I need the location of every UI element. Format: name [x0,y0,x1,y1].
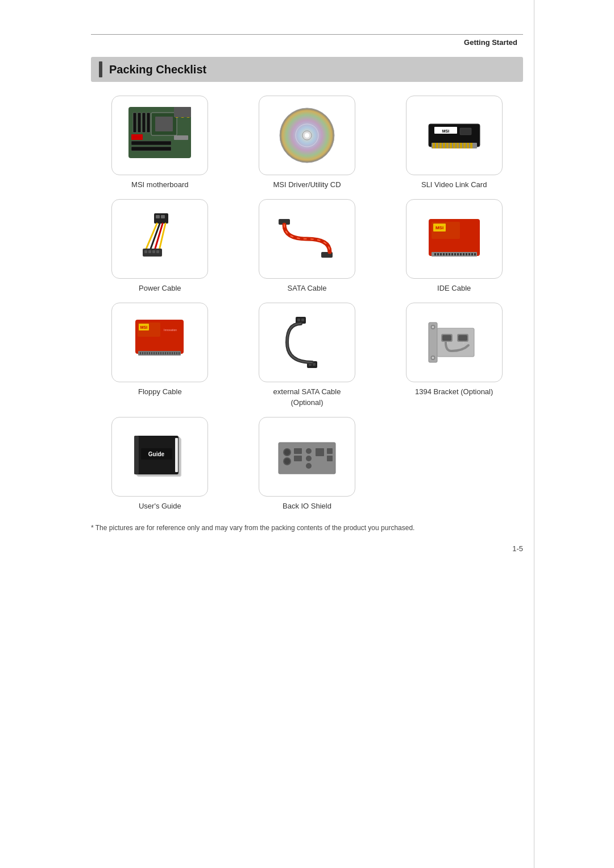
item-label-1394-bracket: 1394 Bracket (Optional) [415,387,493,397]
item-image-users-guide: Guide [111,417,208,497]
page-container: Getting Started Packing Checklist [0,0,614,868]
svg-rect-106 [437,328,474,357]
cd-icon [270,104,344,167]
item-msi-motherboard: MSI motherboard [91,96,229,190]
item-label-msi-motherboard: MSI motherboard [131,180,188,190]
sata-cable-icon [270,208,344,270]
svg-rect-38 [156,215,160,218]
svg-point-18 [305,133,309,138]
item-label-floppy-cable: Floppy Cable [138,387,182,397]
svg-rect-70 [474,253,476,255]
svg-rect-14 [174,107,191,117]
svg-rect-117 [175,438,178,472]
svg-rect-33 [470,143,472,148]
svg-line-43 [159,224,165,250]
svg-point-127 [306,448,312,454]
svg-rect-116 [134,436,139,474]
svg-rect-61 [449,253,450,255]
svg-rect-69 [471,253,473,255]
svg-rect-68 [468,253,470,255]
svg-rect-9 [131,134,143,140]
svg-rect-30 [460,143,462,148]
svg-rect-130 [316,448,324,456]
item-image-sata-cable [259,199,355,279]
svg-rect-37 [154,213,168,224]
item-label-ide-cable: IDE Cable [437,283,471,294]
io-shield-icon [270,425,344,488]
svg-point-124 [284,458,290,464]
svg-rect-4 [155,117,173,131]
svg-rect-92 [174,352,175,354]
top-divider [91,34,523,35]
item-label-sata-cable: SATA Cable [288,283,327,294]
section-header: Packing Checklist [91,57,523,82]
svg-rect-59 [443,253,445,255]
svg-rect-67 [466,253,467,255]
item-ide-cable: MSI [385,199,523,294]
item-image-power-cable [111,199,208,279]
svg-rect-78 [142,352,143,354]
svg-rect-6 [138,113,141,133]
svg-rect-60 [446,253,447,255]
item-image-1394-bracket: 1 2 [406,303,503,382]
svg-rect-1 [131,141,171,145]
item-power-cable: Power Cable [91,199,229,294]
svg-text:Innovation: Innovation [164,328,177,332]
item-sli-card: MSI SLI Video Link Card [385,96,523,190]
svg-rect-132 [327,456,333,461]
svg-rect-89 [167,352,168,354]
svg-rect-27 [450,143,452,148]
sli-card-icon: MSI [417,104,491,167]
item-label-msi-cd: MSI Driver/Utility CD [273,180,341,190]
svg-rect-23 [436,143,438,148]
svg-rect-88 [165,352,166,354]
item-ext-sata: external SATA Cable(Optional) [238,303,376,407]
item-label-io-shield: Back IO Shield [283,501,331,511]
svg-rect-90 [169,352,171,354]
svg-rect-91 [172,352,173,354]
svg-rect-125 [294,448,302,454]
svg-rect-8 [147,113,150,133]
item-floppy-cable: MSI Innovation [91,303,229,407]
svg-rect-77 [140,352,141,354]
svg-text:1: 1 [447,341,449,345]
item-image-ext-sata [259,303,355,382]
svg-rect-36 [460,128,471,135]
svg-rect-29 [457,143,459,148]
item-label-power-cable: Power Cable [139,283,181,294]
svg-rect-48 [156,250,159,253]
svg-rect-126 [294,456,302,461]
svg-rect-31 [463,143,466,148]
svg-point-128 [306,456,312,461]
svg-text:MSI: MSI [442,129,449,133]
items-grid: MSI motherboard [91,96,523,511]
svg-rect-22 [433,143,435,148]
svg-rect-57 [437,253,439,255]
item-io-shield: Back IO Shield [238,417,376,511]
svg-rect-56 [434,253,436,255]
svg-rect-108 [442,335,451,341]
item-msi-cd: MSI Driver/Utility CD [238,96,376,190]
svg-point-122 [284,449,290,455]
svg-rect-24 [439,143,442,148]
svg-text:MSI: MSI [140,325,148,329]
svg-rect-66 [463,253,464,255]
svg-rect-10 [174,135,188,140]
svg-rect-131 [327,448,333,454]
svg-rect-2 [131,147,171,151]
svg-rect-7 [142,113,146,133]
item-users-guide: Guide User's Guide [91,417,229,511]
item-image-ide-cable: MSI [406,199,503,279]
svg-rect-79 [144,352,146,354]
floppy-cable-icon: MSI Innovation [123,311,197,374]
getting-started-label: Getting Started [91,38,523,47]
item-image-floppy-cable: MSI Innovation [111,303,208,382]
ext-sata-icon [270,311,344,374]
svg-rect-83 [154,352,155,354]
svg-rect-63 [454,253,456,255]
svg-point-129 [306,463,312,469]
item-image-io-shield [259,417,355,497]
top-section: Getting Started Packing Checklist [0,0,614,533]
item-label-users-guide: User's Guide [139,501,181,511]
svg-rect-93 [176,352,177,354]
